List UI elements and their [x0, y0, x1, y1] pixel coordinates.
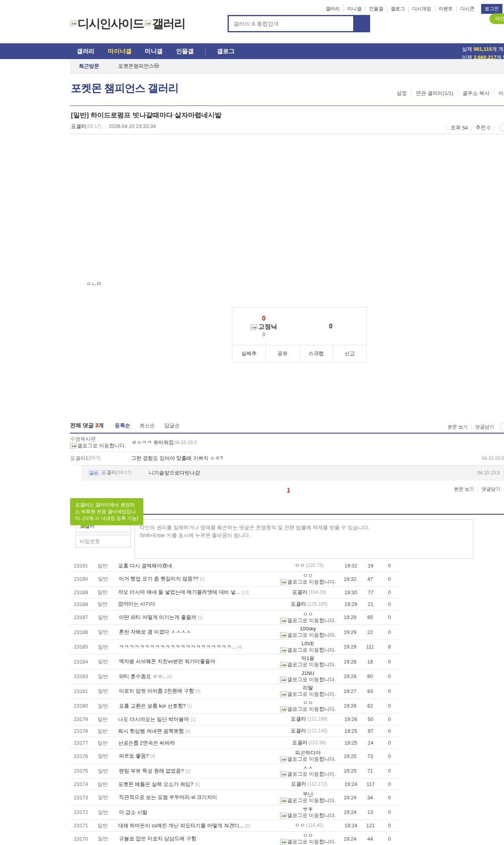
post-link[interactable]: 파르토 좋음?4 [114, 752, 276, 760]
comment-refresh-icon[interactable] [500, 422, 504, 432]
night-mode-toggle[interactable]: 야간 모드 [489, 13, 504, 24]
post-link[interactable]: 이딴 파티 어떻게 이기는게 좋을까1 [114, 614, 276, 621]
post-category[interactable]: 일반 [92, 767, 114, 775]
view-post-link[interactable]: 본문 보기 [444, 424, 471, 430]
gallery-menu-item[interactable]: 이용안내 [494, 90, 504, 97]
gallery-title[interactable]: 포켓몬 챔피언스 갤러리 [71, 81, 178, 95]
post-category[interactable]: 일반 [92, 658, 114, 665]
gallery-menu-item[interactable]: 갤주소 복사 [458, 90, 494, 97]
post-category[interactable]: 일반 [92, 822, 113, 829]
post-category[interactable]: 일반 [92, 809, 114, 816]
nav-item[interactable]: 갤로그 [205, 48, 241, 55]
header-link[interactable]: 이벤트 [435, 6, 456, 12]
post-author-cell[interactable]: 리딸 갤로그로 이동합니다. [276, 685, 339, 698]
post-action-button[interactable]: 공유 [265, 345, 299, 362]
post-author-cell[interactable]: ㅇㅇ 갤로그로 이동합니다. [276, 700, 339, 713]
upvote-area[interactable]: 0 고정닉 0 [232, 315, 295, 337]
site-logo[interactable]: 디시인사이드 갤러리 [70, 16, 185, 32]
post-author-cell[interactable]: 피곤하다아 갤로그로 이동합니다. [276, 750, 339, 763]
post-link[interactable]: 엑자몽 서브웨폰 지진vs번펀 뭐가더좋을까 [114, 658, 276, 665]
post-action-button[interactable]: 신고 [333, 345, 366, 362]
header-link[interactable]: 인물갤 [365, 6, 387, 12]
post-author[interactable]: 포갤러 [71, 123, 86, 129]
comment-author[interactable]: 포갤러1 (59.5) [70, 455, 131, 462]
post-author-cell[interactable]: ㅅㅅ 갤로그로 이동합니다. [276, 765, 339, 778]
post-category[interactable]: 일반 [92, 628, 114, 636]
post-author-cell[interactable]: 마1용 갤로그로 이동합니다. [276, 655, 339, 668]
post-category[interactable]: 일반 [92, 739, 113, 747]
post-link[interactable]: 픽시 핫삼햄 꺼내면 꼼짝못함5 [113, 728, 278, 735]
login-button[interactable]: 로그인 [481, 4, 502, 14]
post-author-cell[interactable]: J1NU 갤로그로 이동합니다. [276, 670, 339, 683]
post-link[interactable]: 포홈 교환은 보통 kor 선호함?1 [114, 702, 276, 710]
post-category[interactable]: 일반 [92, 781, 113, 788]
nav-item[interactable]: 마이너갤 [101, 48, 138, 55]
header-link[interactable]: 갤러리 [322, 6, 343, 12]
post-link[interactable]: 이로치 암컷 이어롭 2천원에 구함8 [114, 687, 276, 695]
post-author-cell[interactable]: 무난 갤로그로 이동합니다. [276, 791, 339, 804]
post-link[interactable]: 이거 랭업 표기 좀 헷갈리지 않음??2 [114, 575, 276, 582]
header-link[interactable]: 갤로그 [387, 6, 408, 12]
comment-sort-option[interactable]: 최신순 [140, 422, 155, 429]
post-author-cell[interactable]: 100sky 갤로그로 이동합니다. [276, 626, 339, 639]
post-author-cell[interactable]: 포갤러 (112.172) [278, 781, 341, 787]
post-category[interactable]: 일반 [92, 589, 113, 596]
post-author-cell[interactable]: 포갤러 (121.146) [278, 728, 341, 734]
close-comments-link[interactable]: 댓글닫기 [471, 424, 498, 430]
post-link[interactable]: 혼란 자해로 겜 이겼다 ㅅㅅㅅㅅ [114, 628, 276, 636]
post-category[interactable]: 일반 [92, 687, 114, 695]
comment-sort-option[interactable]: 답글순 [165, 422, 180, 429]
post-category[interactable]: 일반 [92, 794, 114, 801]
recent-visit-tab[interactable]: 포켓몬챔피언스ⓜ [118, 63, 159, 70]
post-author-cell[interactable]: L0VE 갤로그로 이동합니다. [276, 641, 339, 654]
post-author-cell[interactable]: ㅇㅇ 갤로그로 이동합니다. [276, 611, 339, 624]
post-category[interactable]: 일반 [92, 716, 113, 723]
post-category[interactable]: 일반 [92, 600, 113, 608]
post-link[interactable]: 포홈 다시 결제해야겠네 [113, 562, 278, 569]
post-author-cell[interactable]: ㅇㅇ (220.79) [278, 562, 341, 569]
password-field[interactable] [76, 535, 131, 548]
post-link[interactable]: 까오 더시마 얘네 둘 넣었는데 메가플라엣테 대비 넣...13 [113, 589, 278, 596]
post-author-cell[interactable]: ㅇㅇ 갤로그로 이동합니다. [276, 832, 339, 845]
post-link[interactable]: 깜까미는 사기다 [113, 600, 278, 608]
post-link[interactable]: 아 급소 시발 [114, 809, 276, 816]
post-link[interactable]: 직관적으로 보는 포챔 우두머리-xl 크기차이 [114, 794, 276, 801]
comment-sort-option[interactable]: 등록순 [115, 422, 130, 429]
post-category[interactable]: 일반 [92, 562, 113, 569]
post-link[interactable]: 규볼로 잡은 이로치 삼삼드레 구함 [114, 835, 276, 842]
post-link[interactable]: 포켓몬 배틀은 실력 요소가 뭐임?5 [113, 781, 278, 788]
gallery-menu-item[interactable]: 설정 [392, 90, 411, 97]
post-link[interactable]: 나도 더시까오는 일단 박아볼까1 [113, 716, 278, 723]
post-link[interactable]: 파티 훈수좀요 ㅇㅇ..6 [114, 673, 276, 680]
comment-author[interactable]: 수영복사렌 갤로그로 이동합니다. [70, 436, 131, 449]
post-category[interactable]: 일반 [92, 575, 114, 582]
post-action-button[interactable]: 스크랩 [299, 345, 333, 362]
post-category[interactable]: 일반 [92, 614, 114, 621]
header-link[interactable]: 디시콘 [456, 6, 478, 12]
view-post-link[interactable]: 본문 보기 [450, 486, 478, 493]
comment-page-number[interactable]: 1 [287, 487, 290, 493]
post-category[interactable]: 일반 [92, 752, 114, 760]
post-category[interactable]: 일반 [92, 728, 113, 735]
post-category[interactable]: 일반 [92, 643, 114, 650]
post-category[interactable]: 일반 [92, 835, 114, 842]
search-button[interactable] [353, 16, 369, 31]
header-link[interactable]: 미니갤 [343, 6, 365, 12]
search-input[interactable] [229, 16, 353, 31]
nav-item[interactable]: 갤러리 [70, 48, 101, 55]
post-author-cell[interactable]: サキ 갤로그로 이동합니다. [276, 806, 339, 819]
post-action-button[interactable]: 실베추 [232, 345, 265, 362]
post-author-cell[interactable]: 포갤러 (125.185) [278, 601, 341, 607]
post-author-cell[interactable]: ㅇㅇ (116.45) [278, 822, 341, 828]
post-author-cell[interactable]: 포갤러 (222.98) [278, 739, 341, 746]
gallery-menu-item[interactable]: 연관 갤러리(1/1) [411, 90, 458, 97]
comment-count-toggle[interactable] [500, 123, 504, 132]
comment-textarea[interactable] [135, 519, 473, 559]
post-link[interactable]: 대체 하마돈이 cs메진 개닌 파도타기를 어떻게 쳐견디...8 [113, 822, 278, 829]
downvote-area[interactable]: 0 [295, 323, 366, 330]
post-link[interactable]: ㅋㅋㅋㅋㅋㅋㅋㅋㅋㅋㅋㅋㅋㅋㅋㅋㅋㅋㅋㅋㅋㅋ...4 [114, 643, 276, 650]
post-author-cell[interactable]: 포갤러 (121.186) [278, 716, 341, 722]
post-link[interactable]: 선공손톱 2연속은 씨바라 [113, 739, 278, 747]
post-category[interactable]: 일반 [92, 673, 114, 680]
close-comments-link[interactable]: 댓글닫기 [478, 486, 504, 493]
